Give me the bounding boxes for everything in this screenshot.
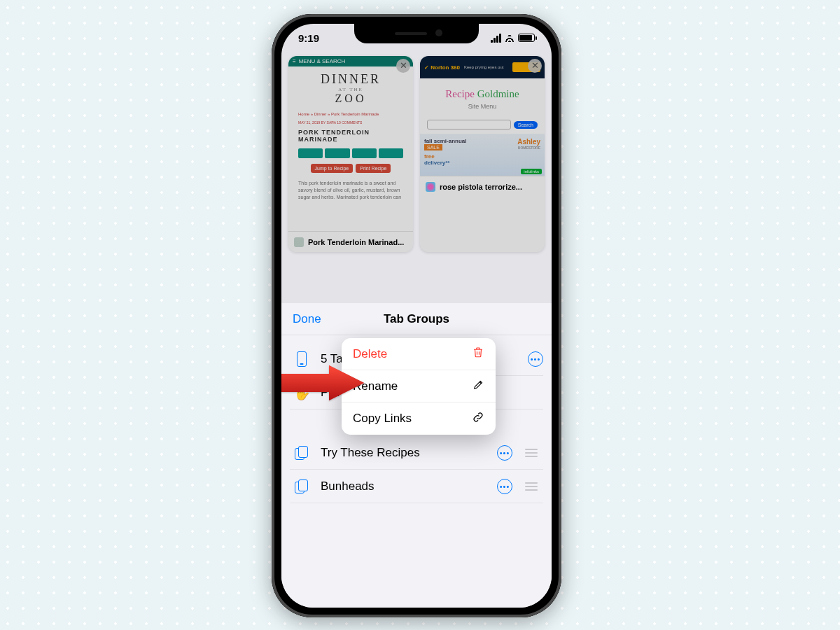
notch [354,24,479,43]
cellular-icon [491,34,501,43]
screen: 9:19 ✕ ≡ MENU & SEARCH DINNER AT THE ZOO… [281,24,552,608]
clock: 9:19 [298,32,319,44]
trash-icon [472,346,484,362]
menu-item-copy-links[interactable]: Copy Links [342,402,496,435]
more-icon[interactable]: ••• [528,351,543,367]
tab-group-row[interactable]: Try These Recipes ••• [290,436,543,470]
sheet-header: Done Tab Groups [281,303,552,335]
sheet-title: Tab Groups [281,312,552,326]
tab-groups-list: 5 Tabs ••• ✋ Private Try These Recipes •… [281,335,552,503]
battery-icon [518,34,535,42]
drag-handle-icon[interactable] [525,449,543,457]
drag-handle-icon[interactable] [525,482,543,491]
more-icon[interactable]: ••• [497,479,512,494]
pencil-icon [472,379,484,394]
iphone-frame: 9:19 ✕ ≡ MENU & SEARCH DINNER AT THE ZOO… [272,14,561,617]
done-button[interactable]: Done [293,312,321,326]
tabgroup-icon [290,479,314,493]
annotation-arrow [281,365,365,400]
tab-group-row[interactable]: Bunheads ••• [290,470,543,503]
svg-marker-1 [281,365,364,400]
link-icon [472,411,484,427]
tabgroup-icon [290,446,314,460]
tab-groups-sheet: Done Tab Groups 5 Tabs ••• ✋ Private [281,303,552,608]
device-icon [290,351,314,367]
more-icon[interactable]: ••• [497,445,512,461]
wifi-icon [504,34,515,42]
status-icons [491,34,535,43]
